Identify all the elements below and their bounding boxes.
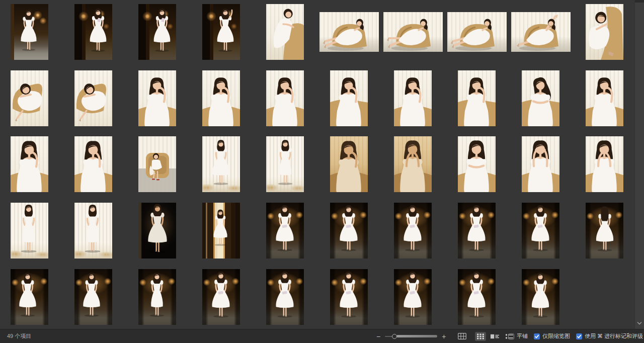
photo-thumbnail[interactable] [11,136,48,192]
photo-thumbnail[interactable] [138,136,176,192]
zoom-in-button[interactable]: + [441,333,447,340]
status-bar: 49 个项目 − + [0,329,644,343]
photo-thumbnail[interactable] [458,203,496,259]
zoom-out-button[interactable]: − [375,333,381,340]
photo-thumbnail[interactable] [202,203,240,259]
photo-thumbnail[interactable] [586,70,623,126]
checkbox-label: 使用 ⌘ 进行标记和评级 [585,332,643,340]
photo-thumbnail[interactable] [266,136,304,192]
photo-thumbnail[interactable] [11,70,48,126]
photo-thumbnail[interactable] [330,269,368,325]
photo-thumbnail[interactable] [458,70,496,126]
photo-thumbnail[interactable] [458,136,496,192]
thumbnails-view-icon[interactable] [475,332,486,341]
scroll-down-icon[interactable] [635,318,643,327]
photo-thumbnail[interactable] [266,203,304,259]
photo-thumbnail[interactable] [586,203,623,259]
photo-thumbnail[interactable] [138,70,176,126]
photo-thumbnail[interactable] [138,269,176,325]
photo-thumbnail[interactable] [586,4,623,60]
photo-thumbnail[interactable] [11,4,48,60]
photo-thumbnail[interactable] [11,203,48,259]
photo-thumbnail[interactable] [447,12,507,52]
photo-thumbnail[interactable] [383,12,443,52]
photo-thumbnail[interactable] [330,203,368,259]
photo-thumbnail[interactable] [511,12,571,52]
checkbox-label: 仅限缩览图 [542,332,570,340]
slider-thumb[interactable] [392,334,397,339]
photo-thumbnail[interactable] [266,70,304,126]
photo-thumbnail[interactable] [266,269,304,325]
photo-thumbnail[interactable] [522,203,559,259]
checkbox-use-cmd-tag-rate[interactable]: 使用 ⌘ 进行标记和评级 [576,332,643,340]
photo-thumbnail[interactable] [522,269,559,325]
details-view-icon[interactable] [489,332,501,341]
photo-thumbnail[interactable] [74,4,112,60]
thumbnail-size-slider[interactable] [385,333,437,340]
grid-lines-view-icon[interactable] [456,331,468,341]
photo-thumbnail[interactable] [394,203,432,259]
photo-thumbnail[interactable] [74,136,112,192]
photo-thumbnail[interactable] [330,70,368,126]
thumbnail-grid [0,0,635,329]
photo-thumbnail[interactable] [74,203,112,259]
photo-browser-window: 49 个项目 − + [0,0,644,343]
photo-thumbnail[interactable] [394,136,432,192]
photo-thumbnail[interactable] [394,70,432,126]
checkbox-label: 平铺 [517,332,528,340]
scrollbar-thumb[interactable] [635,0,644,3]
vertical-scrollbar[interactable] [634,0,644,329]
photo-thumbnail[interactable] [138,4,176,60]
photo-thumbnail[interactable] [202,4,240,60]
photo-thumbnail[interactable] [11,269,48,325]
photo-thumbnail[interactable] [202,269,240,325]
view-mode-controls [456,329,515,343]
unchecked-checkbox-icon[interactable] [508,333,514,339]
checked-checkbox-icon[interactable] [534,333,540,339]
thumbnail-size-controls: − + [375,329,447,343]
slider-fill [396,335,437,337]
item-count-label: 49 个项目 [7,329,31,343]
checked-checkbox-icon[interactable] [576,333,582,339]
options-checkbox-group: 平铺仅限缩览图使用 ⌘ 进行标记和评级 [508,329,643,343]
photo-thumbnail[interactable] [202,70,240,126]
checkbox-tile[interactable]: 平铺 [508,332,528,340]
photo-thumbnail[interactable] [330,136,368,192]
photo-thumbnail[interactable] [586,136,623,192]
photo-thumbnail[interactable] [522,136,559,192]
photo-thumbnail[interactable] [319,12,379,52]
photo-thumbnail[interactable] [522,70,559,126]
checkbox-thumbnails-only[interactable]: 仅限缩览图 [534,332,570,340]
photo-thumbnail[interactable] [74,70,112,126]
photo-thumbnail[interactable] [394,269,432,325]
photo-thumbnail[interactable] [458,269,496,325]
photo-thumbnail[interactable] [138,203,176,259]
photo-thumbnail[interactable] [74,269,112,325]
photo-thumbnail[interactable] [202,136,240,192]
photo-thumbnail[interactable] [266,4,304,60]
